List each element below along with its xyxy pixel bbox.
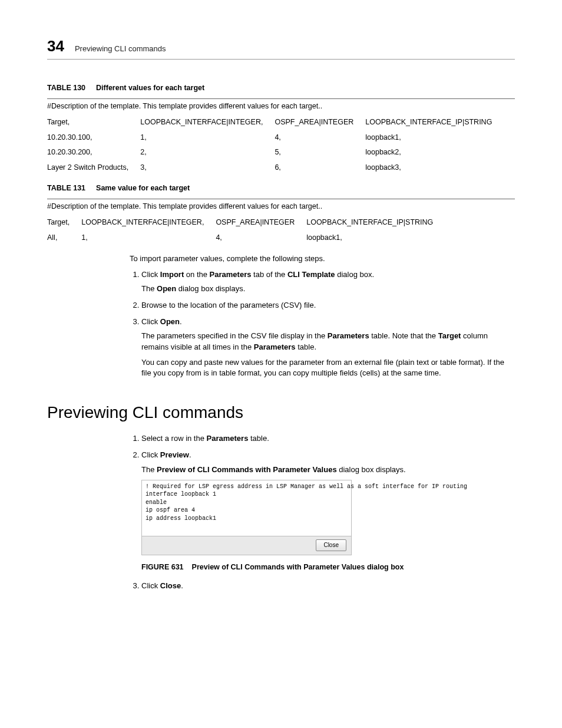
chapter-title: Previewing CLI commands [75, 44, 166, 54]
text: table. [296, 342, 316, 351]
cell: 10.20.30.100, [47, 130, 140, 146]
text: dialog box. [335, 270, 375, 279]
text-bold: Preview [160, 450, 189, 459]
text-bold: Open [160, 317, 180, 326]
table-131: Target, LOOPBACK_INTERFACE|INTEGER, OSPF… [47, 215, 445, 245]
text: Browse to the location of the parameters… [141, 301, 316, 309]
table-130-desc: #Description of the template. This templ… [47, 98, 515, 112]
figure-title: Preview of CLI Commands with Parameter V… [192, 563, 404, 571]
text-bold: Import [160, 270, 184, 279]
close-button[interactable]: Close [316, 539, 346, 551]
code-line: ip address loopback1 [146, 515, 348, 523]
preview-dialog-footer: Close [142, 536, 351, 555]
table-row: Layer 2 Switch Products, 3, 6, loopback3… [47, 160, 504, 176]
code-line: enable [146, 499, 348, 507]
page-header: 34 Previewing CLI commands [47, 35, 515, 60]
step-3-sub1: The parameters specified in the CSV file… [141, 331, 515, 352]
text: table. [248, 434, 269, 443]
code-line: ! Required for LSP egress address in LSP… [146, 483, 348, 491]
text: table. Note that the [369, 331, 438, 340]
cell: 5, [275, 145, 365, 160]
step-1-sub: The Open dialog box displays. [141, 284, 515, 294]
text-bold: Open [157, 284, 176, 293]
step-3: Click Close. [141, 581, 515, 591]
text-bold: Target [438, 331, 461, 340]
step-3-sub2: You can copy and paste new values for th… [141, 357, 515, 378]
code-line: interface loopback 1 [146, 490, 348, 499]
text-bold: Parameters [254, 342, 296, 351]
cell: 6, [275, 160, 365, 176]
text-bold: Parameters [210, 270, 252, 279]
section-heading: Previewing CLI commands [47, 401, 515, 424]
cell: Target, [47, 115, 140, 130]
chapter-number: 34 [47, 35, 64, 57]
text: Click [141, 270, 160, 279]
cell: LOOPBACK_INTERFACE|INTEGER, [81, 215, 216, 230]
figure-label: FIGURE 631 [141, 563, 184, 571]
table-130: Target, LOOPBACK_INTERFACE|INTEGER, OSPF… [47, 115, 504, 175]
text: on the [184, 270, 209, 279]
cell: LOOPBACK_INTERFACE_IP|STRING [306, 215, 445, 230]
table-row: All, 1, 4, loopback1, [47, 230, 445, 246]
text: Click [141, 581, 160, 590]
cell: 4, [216, 230, 306, 246]
cell: 10.20.30.200, [47, 145, 140, 160]
step-2: Browse to the location of the parameters… [141, 300, 515, 311]
text: The parameters specified in the CSV file… [141, 331, 328, 340]
import-section: To import parameter values, complete the… [130, 253, 515, 378]
text: Select a row in the [141, 434, 207, 443]
import-steps: Click Import on the Parameters tab of th… [130, 269, 515, 379]
step-2: Click Preview. The Preview of CLI Comman… [141, 450, 515, 572]
text: . [189, 450, 191, 459]
text: Click [141, 450, 160, 459]
table-row: 10.20.30.200, 2, 5, loopback2, [47, 145, 504, 160]
text-bold: Close [160, 581, 181, 590]
text: tab of the [251, 270, 287, 279]
cell: 3, [140, 160, 275, 176]
table-row: Target, LOOPBACK_INTERFACE|INTEGER, OSPF… [47, 215, 445, 230]
cell: loopback1, [365, 130, 504, 146]
cell: LOOPBACK_INTERFACE_IP|STRING [365, 115, 504, 130]
cell: OSPF_AREA|INTEGER [275, 115, 365, 130]
preview-dialog-content: ! Required for LSP egress address in LSP… [142, 480, 351, 536]
figure-631-caption: FIGURE 631Preview of CLI Commands with P… [141, 562, 515, 573]
cell: All, [47, 230, 81, 246]
cell: loopback3, [365, 160, 504, 176]
cell: 1, [140, 130, 275, 146]
step-3: Click Open. The parameters specified in … [141, 317, 515, 378]
cell: loopback1, [306, 230, 445, 246]
text: The [141, 465, 157, 474]
cell: loopback2, [365, 145, 504, 160]
cell: 1, [81, 230, 216, 246]
table-row: Target, LOOPBACK_INTERFACE|INTEGER, OSPF… [47, 115, 504, 130]
table-131-label: TABLE 131 [47, 184, 85, 192]
cell: 4, [275, 130, 365, 146]
text: The [141, 284, 157, 293]
text: . [181, 581, 183, 590]
code-line: ip ospf area 4 [146, 506, 348, 515]
cell: LOOPBACK_INTERFACE|INTEGER, [140, 115, 275, 130]
text: Click [141, 317, 160, 326]
step-1: Select a row in the Parameters table. [141, 433, 515, 444]
table-row: 10.20.30.100, 1, 4, loopback1, [47, 130, 504, 146]
text-bold: CLI Template [287, 270, 335, 279]
preview-steps: Select a row in the Parameters table. Cl… [130, 433, 515, 591]
import-intro: To import parameter values, complete the… [130, 253, 515, 264]
table-131-title: Same value for each target [96, 184, 190, 192]
step-1: Click Import on the Parameters tab of th… [141, 269, 515, 294]
preview-dialog: ! Required for LSP egress address in LSP… [141, 480, 352, 555]
cell: Layer 2 Switch Products, [47, 160, 140, 176]
cell: 2, [140, 145, 275, 160]
text-bold: Parameters [207, 434, 249, 443]
text: dialog box displays. [176, 284, 245, 293]
table-131-desc: #Description of the template. This templ… [47, 199, 515, 212]
text: . [180, 317, 182, 326]
table-130-caption: TABLE 130Different values for each targe… [47, 83, 515, 94]
text-bold: Parameters [328, 331, 369, 340]
text: dialog box displays. [337, 465, 406, 474]
cell: OSPF_AREA|INTEGER [216, 215, 306, 230]
table-130-title: Different values for each target [96, 84, 204, 92]
table-130-label: TABLE 130 [47, 84, 85, 92]
text-bold: Preview of CLI Commands with Parameter V… [157, 465, 337, 474]
cell: Target, [47, 215, 81, 230]
